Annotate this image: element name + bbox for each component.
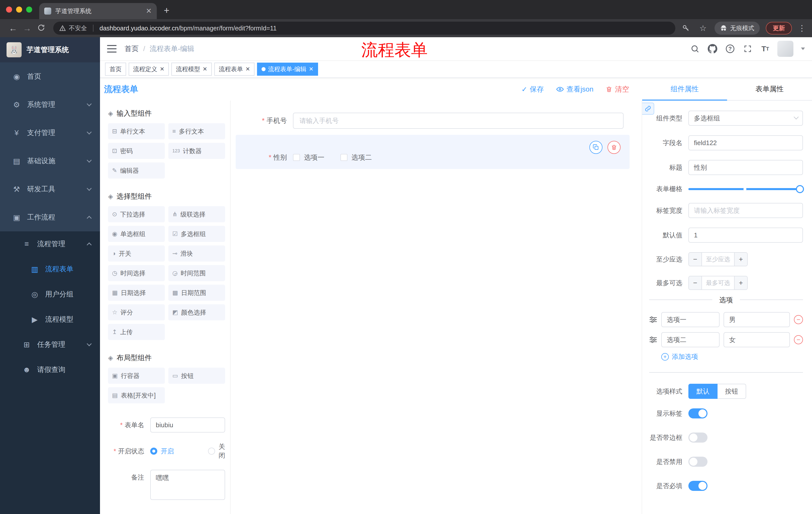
font-size-icon[interactable]: TT: [760, 43, 771, 54]
palette-item-upload[interactable]: ↥上传: [108, 324, 165, 340]
label-width-input[interactable]: [688, 203, 803, 218]
drag-handle-icon[interactable]: [649, 336, 657, 343]
option-label-input[interactable]: [661, 312, 720, 327]
required-toggle[interactable]: [688, 481, 707, 491]
palette-item-multi-text[interactable]: ≡多行文本: [168, 123, 225, 139]
checkbox[interactable]: [293, 154, 300, 161]
plus-button[interactable]: +: [734, 276, 747, 290]
tab-component-props[interactable]: 组件属性: [642, 78, 727, 100]
min-checked-stepper[interactable]: −至少应选+: [688, 252, 748, 266]
palette-item-password[interactable]: ⊡密码: [108, 143, 165, 159]
sidebar-item-leave-query[interactable]: ☻ 请假查询: [0, 357, 100, 382]
link-icon-button[interactable]: [642, 103, 654, 115]
sidebar-item-system[interactable]: ⚙ 系统管理: [0, 90, 100, 119]
search-icon[interactable]: [689, 43, 700, 54]
palette-item-slider[interactable]: ⊸滑块: [168, 245, 225, 262]
update-button[interactable]: 更新: [766, 22, 792, 34]
default-value-input[interactable]: [688, 227, 803, 243]
show-label-toggle[interactable]: [688, 408, 707, 418]
plus-button[interactable]: +: [734, 253, 747, 266]
minimize-window-button[interactable]: [16, 6, 22, 12]
sidebar-item-process-management[interactable]: ≡ 流程管理: [0, 231, 100, 256]
phone-input[interactable]: [293, 113, 624, 129]
sidebar-item-devtools[interactable]: ⚒ 研发工具: [0, 175, 100, 203]
form-name-input[interactable]: [150, 417, 225, 433]
sidebar-logo[interactable]: 🐰 芋道管理系统: [0, 37, 100, 62]
widget-gender-selected[interactable]: 性别 选项一 选项二: [236, 135, 630, 169]
palette-item-color-picker[interactable]: ◩颜色选择: [168, 304, 225, 320]
palette-item-radio-group[interactable]: ◉单选框组: [108, 226, 165, 242]
option-value-input[interactable]: [724, 332, 790, 347]
style-button-button[interactable]: 按钮: [718, 384, 746, 399]
component-type-select[interactable]: 多选框组: [688, 111, 803, 126]
disabled-toggle[interactable]: [688, 457, 707, 467]
breadcrumb-home[interactable]: 首页: [125, 44, 139, 54]
palette-item-rate[interactable]: ☆评分: [108, 304, 165, 320]
password-key-icon[interactable]: [680, 23, 691, 34]
palette-item-select[interactable]: ⊙下拉选择: [108, 206, 165, 222]
remove-option-icon[interactable]: −: [794, 335, 803, 344]
palette-item-time-range[interactable]: ◶时间范围: [168, 265, 225, 281]
palette-item-row-container[interactable]: ▣行容器: [108, 368, 165, 384]
back-button[interactable]: ←: [6, 24, 20, 32]
hamburger-icon[interactable]: [107, 45, 117, 53]
palette-item-button[interactable]: ▭按钮: [168, 368, 225, 384]
sidebar-item-process-form[interactable]: ▥ 流程表单: [0, 256, 100, 282]
sidebar-item-user-group[interactable]: ◎ 用户分组: [0, 282, 100, 307]
avatar-caret-icon[interactable]: [801, 48, 805, 50]
field-name-input[interactable]: [688, 135, 803, 151]
view-json-button[interactable]: 查看json: [556, 84, 593, 94]
forward-button[interactable]: →: [20, 24, 34, 32]
security-label[interactable]: 不安全: [69, 24, 87, 32]
sidebar-item-task-management[interactable]: ⊞ 任务管理: [0, 332, 100, 357]
incognito-badge[interactable]: 无痕模式: [715, 22, 760, 35]
help-icon[interactable]: ?: [725, 43, 736, 54]
status-radio-off[interactable]: 关闭: [208, 442, 225, 460]
palette-item-date-range[interactable]: ▩日期范围: [168, 285, 225, 301]
reload-button[interactable]: [34, 24, 48, 33]
gender-option-2[interactable]: 选项二: [341, 153, 372, 162]
tag-home[interactable]: 首页: [105, 63, 126, 76]
new-tab-button[interactable]: +: [164, 5, 169, 15]
sidebar-item-workflow[interactable]: ▣ 工作流程: [0, 203, 100, 231]
add-option-button[interactable]: +添加选项: [661, 352, 803, 361]
tag-close-icon[interactable]: ✕: [245, 66, 250, 72]
palette-item-checkbox-group[interactable]: ☑多选框组: [168, 226, 225, 242]
border-toggle[interactable]: [688, 433, 707, 442]
palette-item-time-picker[interactable]: ◷时间选择: [108, 265, 165, 281]
drag-handle-icon[interactable]: [649, 316, 657, 323]
form-remark-textarea[interactable]: 嘿嘿: [150, 470, 225, 500]
sidebar-item-home[interactable]: ◉ 首页: [0, 62, 100, 90]
tab-close-icon[interactable]: ✕: [146, 7, 152, 15]
tag-close-icon[interactable]: ✕: [309, 66, 313, 72]
github-icon[interactable]: [707, 43, 718, 54]
widget-phone[interactable]: 手机号: [236, 110, 630, 132]
palette-item-date-picker[interactable]: ▦日期选择: [108, 285, 165, 301]
clear-button[interactable]: 清空: [606, 84, 629, 94]
palette-item-table[interactable]: ▤表格[开发中]: [108, 387, 165, 403]
minus-button[interactable]: −: [689, 253, 702, 266]
slider-handle[interactable]: [796, 185, 804, 193]
palette-item-switch[interactable]: ◑开关: [108, 245, 165, 262]
style-default-button[interactable]: 默认: [688, 384, 718, 399]
copy-widget-button[interactable]: [589, 141, 603, 154]
palette-item-single-text[interactable]: ⊟单行文本: [108, 123, 165, 139]
address-bar[interactable]: 不安全 dashboard.yudao.iocoder.cn/bpm/manag…: [53, 22, 675, 35]
tag-close-icon[interactable]: ✕: [160, 66, 164, 72]
fullscreen-icon[interactable]: [742, 43, 753, 54]
save-button[interactable]: ✓保存: [521, 84, 544, 94]
grid-slider[interactable]: [688, 185, 803, 193]
title-input[interactable]: [688, 160, 803, 175]
tag-process-model[interactable]: 流程模型✕: [171, 63, 211, 76]
tab-form-props[interactable]: 表单属性: [727, 78, 812, 100]
palette-item-editor[interactable]: ✎编辑器: [108, 162, 165, 179]
avatar[interactable]: [777, 41, 793, 57]
checkbox[interactable]: [341, 154, 347, 161]
close-window-button[interactable]: [6, 6, 12, 12]
tag-close-icon[interactable]: ✕: [203, 66, 207, 72]
tag-process-definition[interactable]: 流程定义✕: [128, 63, 169, 76]
sidebar-item-process-model[interactable]: ▶ 流程模型: [0, 307, 100, 332]
option-value-input[interactable]: [724, 312, 790, 327]
sidebar-item-payment[interactable]: ¥ 支付管理: [0, 119, 100, 147]
tag-process-form[interactable]: 流程表单✕: [214, 63, 255, 76]
